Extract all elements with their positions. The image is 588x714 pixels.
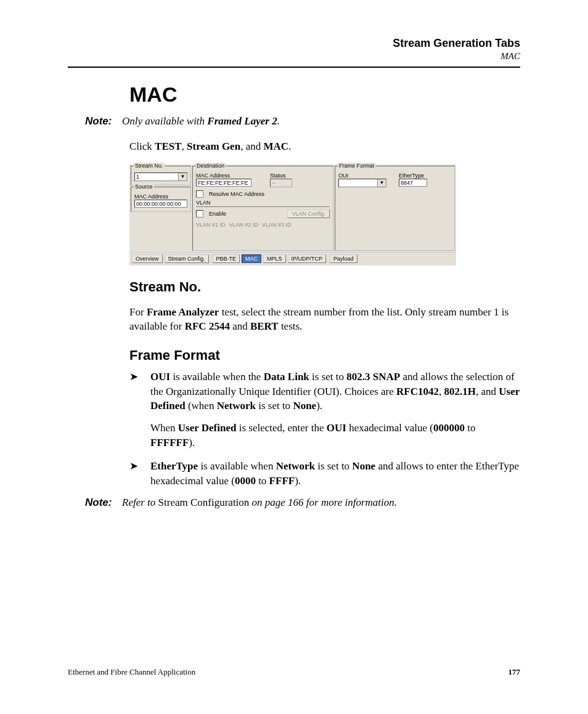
text: . bbox=[288, 140, 291, 152]
chapter-title: Stream Generation Tabs bbox=[68, 37, 520, 50]
bullet-arrow-icon: ➤ bbox=[129, 459, 150, 489]
tab-ip-udp-tcp[interactable]: IP/UDP/TCP bbox=[288, 254, 327, 263]
text-bold: TEST bbox=[155, 140, 181, 152]
tab-mpls[interactable]: MPLS bbox=[263, 254, 286, 263]
text: tests. bbox=[279, 320, 303, 332]
text: , and bbox=[476, 386, 499, 397]
status-label: Status bbox=[270, 172, 292, 179]
text: , and bbox=[240, 140, 263, 152]
text: is set to bbox=[309, 371, 346, 383]
text: Click bbox=[129, 140, 155, 152]
tab-overview[interactable]: Overview bbox=[132, 254, 163, 263]
text-bold: 802.1H bbox=[444, 386, 476, 397]
text-bold: 000000 bbox=[433, 422, 465, 434]
stream-no-group: Stream No. 1 ▼ bbox=[131, 166, 191, 185]
note-text-bold: Framed Layer 2 bbox=[207, 115, 277, 127]
bullet-arrow-icon: ➤ bbox=[129, 370, 150, 450]
text: , bbox=[439, 386, 444, 397]
subheading-stream-no: Stream No. bbox=[129, 279, 520, 295]
text-bold: Data Link bbox=[264, 371, 309, 383]
text: is set to bbox=[315, 460, 352, 472]
note-framed-layer-2: Note: Only available with Framed Layer 2… bbox=[85, 115, 520, 128]
source-legend: Source bbox=[134, 184, 154, 190]
text: ). bbox=[189, 437, 195, 448]
text-bold: FFFFFF bbox=[150, 437, 189, 448]
oui-value bbox=[339, 179, 377, 187]
text-bold: None bbox=[293, 400, 316, 412]
text: Refer to bbox=[122, 497, 158, 508]
dest-mac-input[interactable]: FE:FE:FE:FE:FE:FE bbox=[196, 179, 251, 187]
text-bold: OUI bbox=[150, 371, 170, 383]
vlan-3-id-label: VLAN #3 ID bbox=[262, 222, 292, 228]
note-text-part: . bbox=[277, 115, 280, 127]
oui-label: OUI bbox=[338, 172, 386, 179]
text-bold: None bbox=[352, 460, 375, 472]
bullet-oui: ➤ OUI is available when the Data Link is… bbox=[129, 370, 520, 450]
tab-stream-config[interactable]: Stream Config. bbox=[165, 254, 209, 263]
text: (when bbox=[186, 400, 217, 412]
text: to bbox=[465, 422, 475, 434]
source-group: Source MAC Address 00:00:00:00:00:00 bbox=[131, 187, 191, 212]
page-number: 177 bbox=[508, 667, 521, 677]
frame-format-group: Frame Format OUI ▼ EtherType 8847 bbox=[335, 166, 455, 251]
chevron-down-icon: ▼ bbox=[377, 179, 386, 187]
text-bold: RFC1042 bbox=[396, 386, 439, 397]
tab-payload[interactable]: Payload bbox=[330, 254, 357, 263]
text: ). bbox=[316, 400, 322, 412]
click-instruction: Click TEST, Stream Gen, and MAC. bbox=[129, 140, 520, 154]
text: For bbox=[129, 306, 147, 318]
vlan-2-id-label: VLAN #2 ID bbox=[229, 222, 259, 228]
note-text-part: Only available with bbox=[122, 115, 207, 127]
text: hexadecimal value ( bbox=[346, 422, 433, 434]
text: , bbox=[182, 140, 187, 152]
ethertype-input[interactable]: 8847 bbox=[399, 179, 427, 187]
vlan-label: VLAN bbox=[196, 200, 330, 206]
page-footer: Ethernet and Fibre Channel Application 1… bbox=[68, 667, 520, 677]
tab-mac[interactable]: MAC bbox=[242, 254, 261, 263]
destination-legend: Destination bbox=[195, 163, 226, 169]
tab-pbb-te[interactable]: PBB-TE bbox=[213, 254, 240, 263]
text-bold: 802.3 SNAP bbox=[346, 371, 400, 383]
note-stream-config-ref: Note: Refer to Stream Configuration on p… bbox=[85, 497, 520, 509]
breadcrumb-subsection: MAC bbox=[68, 51, 520, 62]
destination-group: Destination MAC Address FE:FE:FE:FE:FE:F… bbox=[192, 166, 333, 251]
vlan-enable-checkbox[interactable] bbox=[196, 210, 203, 217]
text-bold: Network bbox=[217, 400, 256, 412]
stream-no-dropdown[interactable]: 1 ▼ bbox=[134, 172, 187, 181]
page-title: MAC bbox=[129, 83, 520, 107]
text: to bbox=[256, 475, 269, 487]
text-normal: Stream Configuration bbox=[158, 497, 250, 508]
text-bold: Stream Gen bbox=[187, 140, 240, 152]
text-bold: MAC bbox=[263, 140, 288, 152]
source-mac-input[interactable]: 00:00:00:00:00:00 bbox=[134, 200, 187, 208]
vlan-config-button[interactable]: VLAN Config. bbox=[287, 209, 330, 218]
status-value: -- bbox=[270, 179, 292, 187]
text-bold: Frame Analyzer bbox=[147, 306, 219, 318]
chevron-down-icon: ▼ bbox=[178, 173, 187, 181]
frame-format-legend: Frame Format bbox=[338, 163, 375, 169]
text-bold: 0000 bbox=[235, 475, 256, 487]
footer-title: Ethernet and Fibre Channel Application bbox=[68, 667, 195, 677]
header-rule bbox=[68, 67, 520, 68]
text: When bbox=[150, 422, 178, 434]
note-label: Note: bbox=[85, 115, 122, 128]
resolve-mac-label: Resolve MAC Address bbox=[209, 191, 264, 197]
text-bold: RFC 2544 bbox=[185, 320, 230, 332]
text: is selected, enter the bbox=[236, 422, 326, 434]
text: and bbox=[230, 320, 250, 332]
stream-no-value: 1 bbox=[135, 173, 178, 181]
vlan-enable-label: Enable bbox=[209, 211, 226, 217]
ethertype-label: EtherType bbox=[399, 172, 427, 179]
resolve-mac-checkbox[interactable] bbox=[196, 190, 203, 198]
text-bold: OUI bbox=[327, 422, 346, 434]
stream-no-legend: Stream No. bbox=[134, 163, 165, 169]
subheading-frame-format: Frame Format bbox=[129, 347, 520, 363]
tabs-strip: Overview Stream Config. PBB-TE MAC MPLS … bbox=[129, 252, 456, 266]
text-bold: BERT bbox=[250, 320, 279, 332]
oui-dropdown[interactable]: ▼ bbox=[338, 179, 386, 187]
text: ). bbox=[295, 475, 301, 487]
mac-tab-screenshot: Stream No. 1 ▼ Source MAC Address 00:00:… bbox=[129, 164, 456, 266]
text-bold: EtherType bbox=[150, 460, 198, 472]
stream-no-description: For Frame Analyzer test, select the stre… bbox=[129, 306, 520, 334]
text: on page 166 for more information. bbox=[249, 497, 397, 508]
